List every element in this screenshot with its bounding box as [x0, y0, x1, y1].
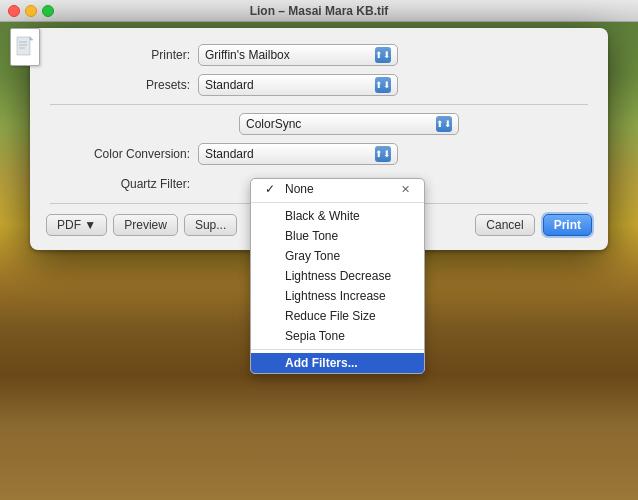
menu-item-none-label: None	[285, 182, 314, 196]
colorsync-select[interactable]: ColorSync ⬆⬇	[239, 113, 459, 135]
separator-1	[50, 104, 588, 105]
menu-item-none[interactable]: ✓ None ✕	[251, 179, 424, 199]
printer-select[interactable]: Griffin's Mailbox ⬆⬇	[198, 44, 398, 66]
presets-arrow: ⬆⬇	[375, 77, 391, 93]
print-button[interactable]: Print	[543, 214, 592, 236]
colorsync-row: ColorSync ⬆⬇	[30, 113, 608, 135]
menu-item-reduce-file-size-label: Reduce File Size	[285, 309, 376, 323]
presets-select[interactable]: Standard ⬆⬇	[198, 74, 398, 96]
color-conversion-label: Color Conversion:	[50, 147, 190, 161]
titlebar: Lion – Masai Mara KB.tif	[0, 0, 638, 22]
menu-item-gray-tone-label: Gray Tone	[285, 249, 340, 263]
window-title: Lion – Masai Mara KB.tif	[250, 4, 389, 18]
menu-item-gray-tone[interactable]: Gray Tone	[251, 246, 424, 266]
menu-item-sepia-tone[interactable]: Sepia Tone	[251, 326, 424, 346]
menu-item-black-white[interactable]: Black & White	[251, 206, 424, 226]
quartz-filter-label: Quartz Filter:	[50, 177, 190, 191]
maximize-button[interactable]	[42, 5, 54, 17]
menu-item-lightness-increase-label: Lightness Increase	[285, 289, 386, 303]
presets-label: Presets:	[50, 78, 190, 92]
menu-item-lightness-decrease-label: Lightness Decrease	[285, 269, 391, 283]
printer-row: Printer: Griffin's Mailbox ⬆⬇	[30, 44, 608, 66]
printer-label: Printer:	[50, 48, 190, 62]
close-button[interactable]	[8, 5, 20, 17]
colorsync-arrow: ⬆⬇	[436, 116, 452, 132]
page-thumbnail-area	[10, 28, 40, 66]
supplies-button[interactable]: Sup...	[184, 214, 237, 236]
menu-item-lightness-increase[interactable]: Lightness Increase	[251, 286, 424, 306]
traffic-lights	[8, 5, 54, 17]
page-thumbnail	[10, 28, 40, 66]
menu-item-lightness-decrease[interactable]: Lightness Decrease	[251, 266, 424, 286]
menu-item-blue-tone-label: Blue Tone	[285, 229, 338, 243]
menu-item-sepia-tone-label: Sepia Tone	[285, 329, 345, 343]
menu-item-blue-tone[interactable]: Blue Tone	[251, 226, 424, 246]
pdf-button[interactable]: PDF ▼	[46, 214, 107, 236]
close-icon: ✕	[401, 183, 410, 196]
menu-item-add-filters-label: Add Filters...	[285, 356, 358, 370]
color-conversion-value: Standard	[205, 147, 375, 161]
printer-arrow: ⬆⬇	[375, 47, 391, 63]
color-conversion-select[interactable]: Standard ⬆⬇	[198, 143, 398, 165]
cancel-button[interactable]: Cancel	[475, 214, 534, 236]
menu-item-black-white-label: Black & White	[285, 209, 360, 223]
color-conversion-row: Color Conversion: Standard ⬆⬇	[30, 143, 608, 165]
quartz-filter-dropdown: ✓ None ✕ Black & White Blue Tone Gray To…	[250, 178, 425, 374]
svg-rect-0	[17, 37, 30, 55]
presets-row: Presets: Standard ⬆⬇	[30, 74, 608, 96]
menu-item-add-filters[interactable]: Add Filters...	[251, 353, 424, 373]
colorsync-value: ColorSync	[246, 117, 436, 131]
menu-sep-1	[251, 202, 424, 203]
preview-button[interactable]: Preview	[113, 214, 178, 236]
minimize-button[interactable]	[25, 5, 37, 17]
presets-value: Standard	[205, 78, 375, 92]
printer-value: Griffin's Mailbox	[205, 48, 375, 62]
menu-item-reduce-file-size[interactable]: Reduce File Size	[251, 306, 424, 326]
check-icon: ✓	[265, 182, 279, 196]
color-conversion-arrow: ⬆⬇	[375, 146, 391, 162]
menu-sep-2	[251, 349, 424, 350]
svg-marker-1	[30, 37, 33, 40]
